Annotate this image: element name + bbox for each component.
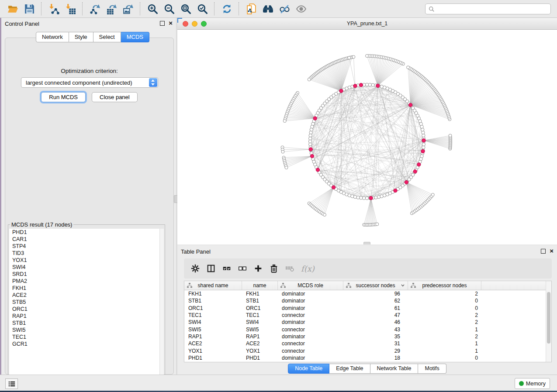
tab-mcds[interactable]: MCDS [121,32,149,42]
tab-node-table[interactable]: Node Table [288,364,329,374]
tab-motifs[interactable]: Motifs [418,364,446,374]
column-header-shared-name[interactable]: shared name [184,281,242,290]
tab-edge-table[interactable]: Edge Table [329,364,370,374]
node-table[interactable]: shared namenameMCDS rolesuccessor nodesp… [184,281,552,362]
mcds-result-item[interactable]: PMA2 [9,278,160,285]
search-input[interactable] [436,4,550,14]
refresh-button[interactable] [219,1,234,16]
table-cell: RAP1 [184,334,242,340]
table-cell: 18 [343,355,408,361]
close-panel-button[interactable]: Close panel [92,92,138,102]
mcds-result-item[interactable]: ACE2 [9,292,160,299]
mcds-result-item[interactable]: STP4 [9,243,160,250]
mcds-result-item[interactable]: STB5 [9,299,160,306]
table-scrollbar[interactable] [546,281,551,362]
table-row[interactable]: FKH1FKH1dominator962 [184,290,551,297]
table-row[interactable]: ACE2ACE2connector311 [184,340,551,347]
table-row[interactable]: PHD1PHD1dominator180 [184,354,551,361]
tab-select[interactable]: Select [93,32,121,42]
mcds-result-item[interactable]: TEC1 [9,334,160,340]
table-row[interactable]: RAP1RAP1dominator352 [184,333,551,340]
export-table-button[interactable] [104,1,119,16]
delete-column-button[interactable] [267,261,281,276]
sort-descending-icon [401,284,405,287]
close-panel-icon[interactable]: × [169,21,173,26]
criterion-select[interactable]: largest connected component (undirected) [21,77,158,88]
network-canvas[interactable] [177,30,557,244]
zoom-fit-button[interactable] [178,1,193,16]
table-row[interactable]: STB1STB1dominator620 [184,297,551,304]
toolbar-separator [41,2,42,15]
table-cell: YOX1 [184,348,242,354]
deselect-all-button[interactable] [235,261,249,276]
table-row[interactable]: SWI4SWI4dominator462 [184,319,551,326]
table-scrollbar-thumb[interactable] [547,292,550,344]
search-box[interactable] [425,3,551,14]
task-history-button[interactable] [5,378,18,389]
function-builder-button: f(x) [301,264,315,273]
zoom-selected-button[interactable] [195,1,210,16]
binoculars-button[interactable] [260,1,275,16]
mcds-result-item[interactable]: SWI4 [9,264,160,271]
mcds-result-item[interactable]: SRD1 [9,271,160,278]
mcds-result-item[interactable]: TID3 [9,250,160,257]
create-column-button[interactable] [251,261,265,276]
close-panel-icon[interactable]: × [550,248,554,254]
table-cell: connector [278,340,343,347]
network-graph[interactable] [177,30,557,244]
zoom-in-button[interactable] [145,1,160,16]
zoom-out-button[interactable] [162,1,176,16]
hide-graphics-details-button[interactable] [277,1,292,16]
table-row[interactable]: YOX1YOX1connector291 [184,347,551,354]
run-mcds-button[interactable]: Run MCDS [41,92,86,102]
show-graphics-details-button[interactable] [294,1,308,16]
delete-table-icon [285,264,294,273]
horizontal-splitter-handle[interactable] [363,242,370,244]
mcds-result-item[interactable]: STB1 [9,320,160,327]
table-cell: connector [278,312,343,318]
import-network-icon [48,3,59,14]
mcds-result-item[interactable]: YOX1 [9,257,160,264]
export-image-button[interactable] [121,1,135,16]
mcds-result-item[interactable]: RAP1 [9,313,160,320]
import-table-button[interactable] [63,1,78,16]
mcds-result-item[interactable]: GCR1 [9,340,160,347]
column-header-name[interactable]: name [242,281,278,290]
import-network-button[interactable] [46,1,61,16]
save-session-button[interactable] [22,1,37,16]
column-header-successor-nodes[interactable]: successor nodes [343,281,408,290]
select-all-button[interactable] [220,261,234,276]
mcds-result-item[interactable]: SWI5 [9,327,160,334]
table-cell: dominator [278,298,343,304]
network-window-titlebar[interactable]: YPA_prune.txt_1 [177,18,557,30]
column-header-predecessor-nodes[interactable]: predecessor nodes [408,281,481,290]
table-cell: SWI4 [184,319,242,325]
memory-button[interactable]: Memory [515,378,550,389]
float-panel-icon[interactable] [541,249,546,254]
table-cell: 29 [343,348,408,354]
mcds-result-list[interactable]: PHD1CAR1STP4TID3YOX1SWI4SRD1PMA2FKH1ACE2… [9,229,160,377]
table-row[interactable]: ORC1ORC1dominator610 [184,305,551,312]
mcds-result-item[interactable]: CAR1 [9,236,160,243]
table-cell: TEC1 [242,312,278,318]
export-network-button[interactable] [87,1,102,16]
mcds-list-scrollbar[interactable] [159,229,164,377]
import-table-icon [65,3,76,14]
binoculars-icon [263,3,273,14]
tab-network[interactable]: Network [36,32,69,42]
float-panel-icon[interactable] [160,21,165,26]
table-row[interactable]: SWI5SWI5connector431 [184,326,551,333]
table-settings-button[interactable] [188,261,202,276]
tab-style[interactable]: Style [69,32,93,42]
mcds-result-item[interactable]: ORC1 [9,306,160,313]
table-cell: 2 [408,334,481,340]
mcds-result-item[interactable]: PHD1 [9,229,160,236]
duplicate-network-button[interactable] [244,1,259,16]
show-columns-button[interactable] [204,261,218,276]
mcds-result-item[interactable]: FKH1 [9,285,160,292]
tab-network-table[interactable]: Network Table [370,364,419,374]
duplicate-network-icon [246,3,257,14]
table-row[interactable]: TEC1TEC1connector472 [184,312,551,319]
column-header-MCDS-role[interactable]: MCDS role [278,281,343,290]
open-file-button[interactable] [5,1,20,16]
